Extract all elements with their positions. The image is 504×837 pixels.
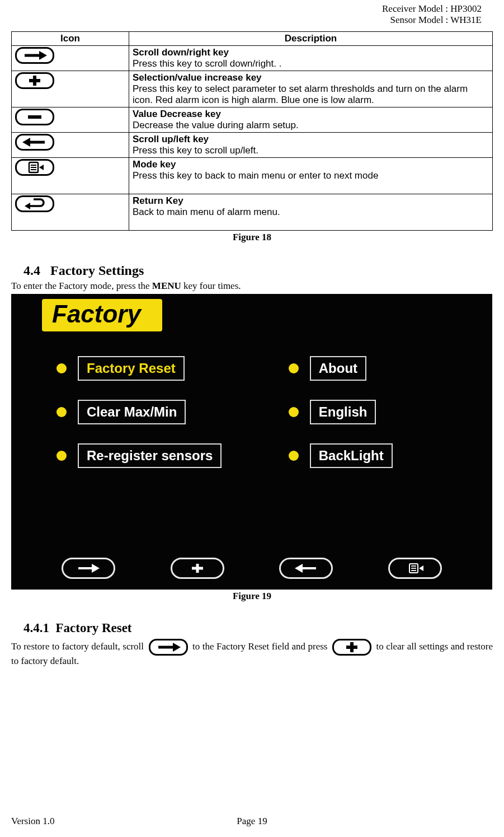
softkey-arrow-right-icon xyxy=(62,558,115,579)
icon-cell-scroll-left xyxy=(12,133,129,158)
bullet-icon xyxy=(289,451,299,461)
option-english: English xyxy=(289,400,445,424)
icon-cell-scroll-right xyxy=(12,46,129,71)
option-factory-reset: Factory Reset xyxy=(56,356,286,381)
row-desc: Press this key to select parameter to se… xyxy=(133,83,468,105)
option-backlight: BackLight xyxy=(289,443,445,468)
footer-version: Version 1.0 xyxy=(11,816,172,827)
svg-marker-23 xyxy=(419,565,423,571)
desc-cell: Scroll up/left key Press this key to scr… xyxy=(129,133,493,158)
icon-cell-minus xyxy=(12,107,129,133)
section-4-4-1-body: To restore to factory default, scroll to… xyxy=(11,639,493,667)
bullet-icon xyxy=(56,363,67,373)
icon-cell-plus xyxy=(12,71,129,107)
sensor-model: Sensor Model : WH31E xyxy=(11,15,482,26)
row-title: Scroll up/left key xyxy=(133,134,209,144)
desc-cell: Mode key Press this key to back to main … xyxy=(129,158,493,194)
arrow-right-icon xyxy=(149,639,188,656)
section-4-4-heading: 4.4 Factory Settings xyxy=(23,263,493,278)
softkey-mode-icon xyxy=(388,558,442,579)
return-icon xyxy=(15,195,54,212)
desc-cell: Return Key Back to main menu of alarm me… xyxy=(129,194,493,231)
desc-cell: Scroll down/right key Press this key to … xyxy=(129,46,493,71)
row-desc: Press this key to back to main menu or e… xyxy=(133,170,378,181)
softkey-arrow-left-icon xyxy=(279,558,333,579)
bullet-icon xyxy=(56,451,67,461)
row-desc: Press this key to scroll up/left. xyxy=(133,145,258,156)
svg-marker-6 xyxy=(22,138,30,147)
minus-icon xyxy=(15,109,54,125)
desc-cell: Value Decrease key Decrease the value du… xyxy=(129,107,493,133)
screen-tab-factory: Factory xyxy=(42,299,162,331)
page-footer: Version 1.0 Page 19 xyxy=(11,816,493,827)
section-4-4-intro: To enter the Factory mode, press the MEN… xyxy=(11,280,493,292)
row-desc: Decrease the value during alarm setup. xyxy=(133,120,299,130)
svg-marker-11 xyxy=(39,165,44,170)
icon-cell-return xyxy=(12,194,129,231)
row-title: Return Key xyxy=(133,195,183,206)
softkey-plus-icon xyxy=(171,558,224,579)
icon-description-table: Icon Description Scroll down/right key P… xyxy=(11,31,493,231)
th-desc: Description xyxy=(129,32,493,46)
row-title: Selection/value increase key xyxy=(133,72,262,83)
bullet-icon xyxy=(289,407,299,417)
svg-marker-18 xyxy=(295,564,303,573)
option-about: About xyxy=(289,356,445,381)
row-title: Mode key xyxy=(133,159,176,170)
arrow-left-icon xyxy=(15,134,54,151)
mode-icon xyxy=(15,159,54,176)
plus-icon xyxy=(332,639,371,656)
plus-icon xyxy=(15,72,54,89)
receiver-model: Receiver Model : HP3002 xyxy=(11,3,482,15)
figure-19-caption: Figure 19 xyxy=(11,591,493,602)
section-4-4-1-heading: 4.4.1 Factory Reset xyxy=(23,621,493,635)
row-title: Scroll down/right key xyxy=(133,47,229,58)
desc-cell: Selection/value increase key Press this … xyxy=(129,71,493,107)
option-reregister: Re-register sensors xyxy=(56,443,286,468)
svg-marker-25 xyxy=(173,643,181,652)
row-title: Value Decrease key xyxy=(133,109,221,119)
bullet-icon xyxy=(289,363,299,373)
figure-18-caption: Figure 18 xyxy=(11,232,493,243)
row-desc: Back to main menu of alarm menu. xyxy=(133,207,280,217)
th-icon: Icon xyxy=(12,32,129,46)
svg-marker-1 xyxy=(39,51,47,60)
icon-cell-mode xyxy=(12,158,129,194)
svg-marker-14 xyxy=(92,564,100,573)
footer-page: Page 19 xyxy=(172,816,332,827)
factory-screen-figure: Factory Factory Reset Clear Max/Min Re-r… xyxy=(11,294,492,590)
bullet-icon xyxy=(56,407,67,417)
option-clear-maxmin: Clear Max/Min xyxy=(56,400,286,424)
arrow-right-icon xyxy=(15,47,54,64)
row-desc: Press this key to scroll down/right. . xyxy=(133,58,281,69)
svg-marker-12 xyxy=(25,203,30,209)
